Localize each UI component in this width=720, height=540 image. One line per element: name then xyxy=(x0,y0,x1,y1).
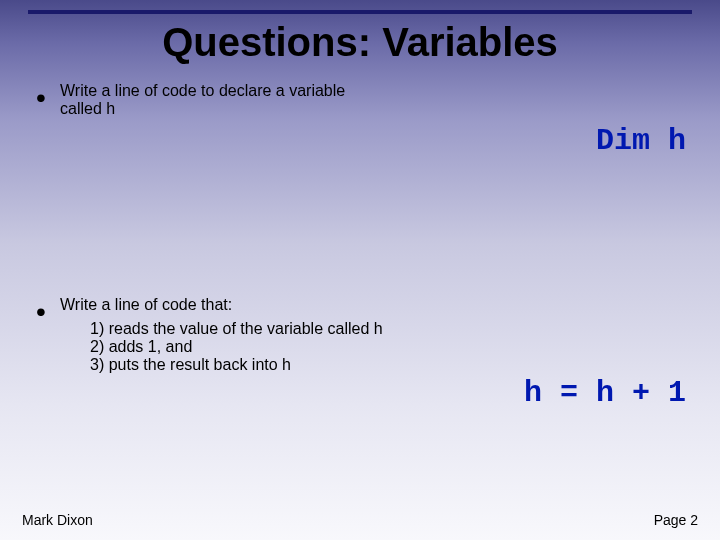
question-block-1: Write a line of code to declare a variab… xyxy=(30,82,690,158)
answer-2: h = h + 1 xyxy=(30,376,690,410)
bullet-1: Write a line of code to declare a variab… xyxy=(30,82,690,118)
q2-intro: Write a line of code that: xyxy=(60,296,232,313)
footer-page: Page 2 xyxy=(654,512,698,528)
answer-1: Dim h xyxy=(30,124,690,158)
bullet-2: Write a line of code that: xyxy=(30,296,690,314)
q2-step2: 2) adds 1, and xyxy=(30,338,690,356)
q2-step3: 3) puts the result back into h xyxy=(30,356,690,374)
q1-line1: Write a line of code to declare a variab… xyxy=(60,82,345,99)
title-rule xyxy=(28,10,692,14)
q1-line2: called h xyxy=(60,100,115,117)
footer-author: Mark Dixon xyxy=(22,512,93,528)
slide-title: Questions: Variables xyxy=(0,20,720,65)
question-block-2: Write a line of code that: 1) reads the … xyxy=(30,296,690,410)
q2-step1: 1) reads the value of the variable calle… xyxy=(30,320,690,338)
slide: Questions: Variables Write a line of cod… xyxy=(0,0,720,540)
